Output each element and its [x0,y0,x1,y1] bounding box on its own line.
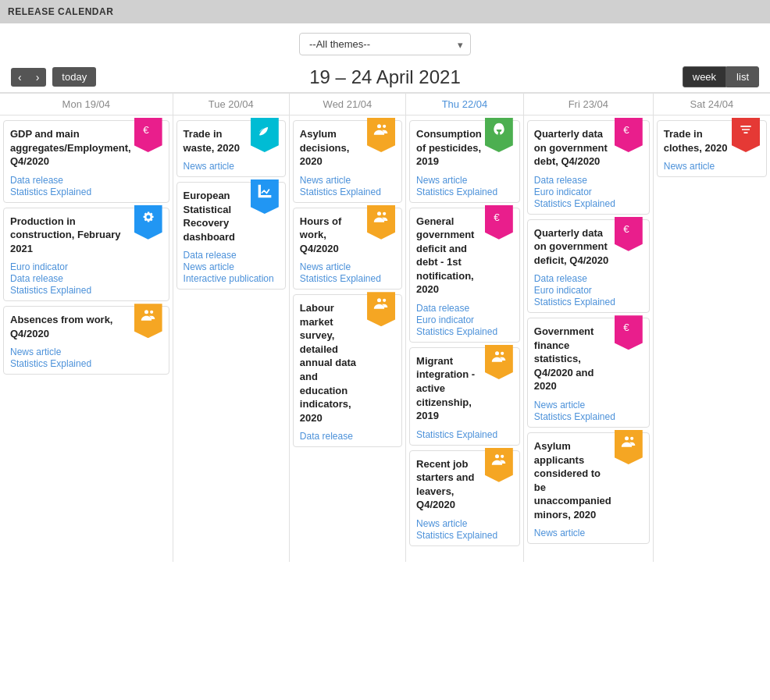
svg-point-11 [501,352,504,355]
card-links: Data releaseNews articleInteractive publ… [184,250,279,284]
card-link[interactable]: Data release [10,175,162,186]
card-links: News articleStatistics Explained [300,261,395,284]
svg-point-12 [495,454,499,458]
card-link[interactable]: Data release [534,175,643,186]
card-links: News articleStatistics Explained [10,346,162,369]
svg-text:€: € [623,124,629,136]
card-link[interactable]: News article [10,346,162,357]
card-link[interactable]: Euro indicator [10,261,162,272]
day-header-1: Tue 20/04 [173,94,289,115]
next-button[interactable]: › [29,68,47,87]
week-title: 19 – 24 April 2021 [309,66,461,88]
card-links: Data releaseStatistics Explained [10,175,162,197]
svg-point-10 [495,351,499,355]
app-title: RELEASE CALENDAR [8,6,113,17]
card: Absences from work, Q4/2020News articleS… [3,306,169,375]
svg-point-1 [144,311,148,314]
card-link[interactable]: Statistics Explained [416,530,513,541]
day-column-0: Mon 19/04€GDP and main aggregates/Employ… [0,94,173,562]
card-link[interactable]: News article [416,175,513,186]
card-link[interactable]: Data release [184,250,279,261]
card-icon-0 [367,118,395,152]
header-bar: RELEASE CALENDAR [0,0,770,23]
day-cards-0: €GDP and main aggregates/Employment, Q4/… [0,115,173,379]
card-link[interactable]: Statistics Explained [300,273,395,284]
card-link[interactable]: Statistics Explained [534,198,643,209]
card-links: News articleStatistics Explained [416,518,513,541]
day-column-3: Thu 22/04Consumption of pesticides, 2019… [406,94,524,562]
card-icon-0 [732,118,760,152]
card: €Quarterly data on government debt, Q4/2… [527,120,650,215]
card-link[interactable]: Statistics Explained [534,297,643,307]
day-column-5: Sat 24/04Trade in clothes, 2020News arti… [654,94,770,562]
card-link[interactable]: News article [184,261,279,272]
list-view-button[interactable]: list [726,66,759,87]
card-link[interactable]: Statistics Explained [300,187,395,197]
card-links: Statistics Explained [416,429,513,440]
card: Trade in waste, 2020News article [176,120,286,177]
card-link[interactable]: Statistics Explained [10,358,162,369]
card-icon-1 [134,205,162,240]
card-link[interactable]: Data release [534,273,643,284]
card-link[interactable]: Euro indicator [534,285,643,296]
card: Migrant integration - active citizenship… [409,347,520,446]
nav-arrows: ‹ › [11,68,46,87]
card-link[interactable]: Data release [300,431,395,442]
card: Hours of work, Q4/2020News articleStatis… [293,208,402,290]
card-link[interactable]: Statistics Explained [534,411,643,422]
day-cards-2: Asylum decisions, 2020News articleStatis… [290,115,405,452]
card-links: Euro indicatorData releaseStatistics Exp… [10,261,162,296]
card-link[interactable]: News article [664,161,760,172]
week-view-button[interactable]: week [683,66,726,87]
card-links: Data release [300,431,395,442]
card-link[interactable]: News article [300,175,395,186]
card-link[interactable]: Data release [10,273,162,284]
card-link[interactable]: Statistics Explained [416,429,513,440]
day-column-4: Fri 23/04€Quarterly data on government d… [524,94,654,562]
view-buttons: week list [683,66,759,87]
card-link[interactable]: News article [534,400,643,410]
card-links: News articleStatistics Explained [416,175,513,197]
card: €Government finance statistics, Q4/2020 … [527,318,650,428]
prev-button[interactable]: ‹ [11,68,29,87]
card-link[interactable]: Interactive publication [184,273,279,284]
nav-bar: ‹ › today 19 – 24 April 2021 week list [0,62,770,93]
card-link[interactable]: News article [184,161,279,172]
card-link[interactable]: Euro indicator [534,187,643,197]
card-link[interactable]: News article [534,528,643,538]
day-header-4: Fri 23/04 [524,94,653,115]
svg-text:€: € [623,322,629,333]
theme-select-wrapper: --All themes-- ▾ [299,33,471,55]
svg-point-17 [625,436,629,440]
card-link[interactable]: Statistics Explained [416,326,513,337]
card-link[interactable]: Statistics Explained [10,187,162,197]
day-header-0: Mon 19/04 [0,94,173,115]
card-links: Data releaseEuro indicatorStatistics Exp… [416,303,513,337]
top-controls: --All themes-- ▾ [0,23,770,62]
svg-point-6 [383,211,386,215]
today-button[interactable]: today [52,67,96,87]
card-icon-2 [485,345,513,379]
card: Labour market survey, detailed annual da… [293,294,402,447]
card-link[interactable]: Euro indicator [416,314,513,325]
card-link[interactable]: News article [300,261,395,272]
card-icon-1 [367,205,395,240]
card-icon-3 [615,430,643,464]
card-link[interactable]: Statistics Explained [10,285,162,296]
svg-point-7 [377,299,381,303]
svg-point-18 [630,437,633,440]
card: Recent job starters and leavers, Q4/2020… [409,450,520,546]
card-link[interactable]: Statistics Explained [416,187,513,197]
card-links: News articleStatistics Explained [534,400,643,422]
card-links: Data releaseEuro indicatorStatistics Exp… [534,175,643,209]
card-link[interactable]: Data release [416,303,513,314]
day-column-2: Wed 21/04Asylum decisions, 2020News arti… [290,94,406,562]
svg-text:€: € [143,124,149,136]
card: Production in construction, February 202… [3,208,169,302]
card-icon-0: € [615,118,643,152]
theme-select[interactable]: --All themes-- [299,33,471,55]
day-cards-3: Consumption of pesticides, 2019News arti… [406,115,523,551]
card: €GDP and main aggregates/Employment, Q4/… [3,120,169,203]
card-link[interactable]: News article [416,518,513,529]
card-icon-3 [485,448,513,482]
